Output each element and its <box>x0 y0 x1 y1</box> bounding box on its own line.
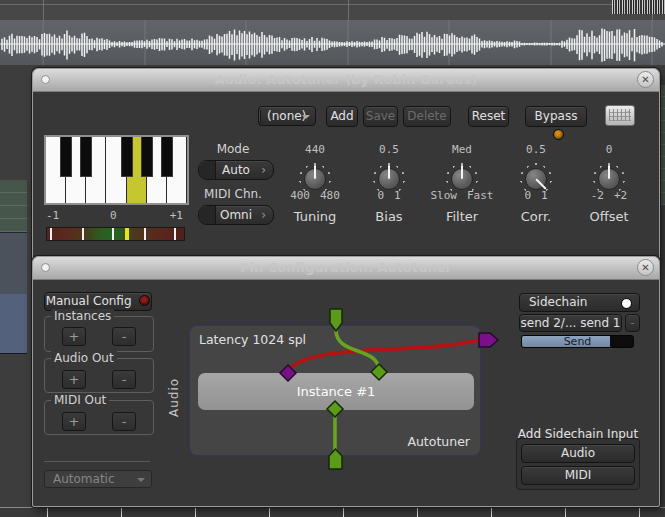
plugin-pin-panel[interactable]: Latency 1024 spl Autotuner Instance #1 <box>189 325 481 456</box>
grid-line <box>43 0 44 20</box>
sidechain-remove-button[interactable]: - <box>625 314 640 332</box>
chevron-right-icon: › <box>261 206 266 224</box>
black-key[interactable] <box>161 137 173 177</box>
meter-zero: 0 <box>110 209 117 222</box>
meter-tick <box>50 228 52 240</box>
instances-minus-button[interactable]: - <box>112 327 136 346</box>
knob-value: Med <box>425 143 499 156</box>
latency-label: Latency 1024 spl <box>199 332 306 347</box>
midi-out-plus-button[interactable]: + <box>62 412 86 431</box>
save-preset-button: Save <box>363 106 398 127</box>
ruler-tick <box>417 508 418 517</box>
bypass-led <box>553 129 564 140</box>
black-key[interactable] <box>60 137 72 177</box>
keyboard-icon[interactable] <box>605 105 635 126</box>
ruler-tick <box>491 508 492 517</box>
manual-config-led <box>139 295 150 306</box>
ruler-tick <box>343 508 344 517</box>
add-sidechain-header: Add Sidechain Input <box>516 427 640 441</box>
track-lane-left <box>0 180 27 232</box>
waveform <box>0 20 665 65</box>
add-preset-button[interactable]: Add <box>326 106 358 127</box>
knob-pointer <box>388 165 390 179</box>
audio-out-group: Audio Out <box>44 358 154 393</box>
midi-channel-dropdown[interactable]: Omni › <box>198 205 274 225</box>
midi-out-minus-button[interactable]: - <box>112 412 136 431</box>
pitch-meter <box>46 227 185 241</box>
audio-out-minus-button[interactable]: - <box>112 370 136 389</box>
meter-tick <box>112 228 114 240</box>
knob-pointer <box>461 165 463 179</box>
ruler-tick <box>47 508 48 517</box>
mode-label: Mode <box>202 142 264 156</box>
meter-max: +1 <box>170 209 183 222</box>
separator <box>44 461 150 462</box>
sidechain-source-button[interactable]: send 2/... send 1 <box>519 314 622 332</box>
waveform-fragment <box>612 0 665 14</box>
chevron-right-icon: › <box>261 161 266 179</box>
pin-window-titlebar[interactable]: Pin Configuration: Autotuner ✕ <box>33 257 659 280</box>
ruler-tick <box>195 508 196 517</box>
preset-dropdown[interactable]: (none) <box>258 106 316 126</box>
instances-plus-button[interactable]: + <box>62 327 86 346</box>
reset-button[interactable]: Reset <box>468 106 509 127</box>
audio-out-label: Audio Out <box>51 351 117 365</box>
mode-value: Auto <box>222 163 250 177</box>
region-block-left <box>0 294 27 354</box>
sidechain-toggle-button[interactable]: Sidechain <box>519 293 640 312</box>
bypass-label: Bypass <box>535 109 578 123</box>
midi-channel-value: Omni <box>220 208 252 222</box>
timeline-line <box>0 4 665 5</box>
knob-min: 0 <box>499 189 531 202</box>
knob-name: Bias <box>352 209 426 224</box>
bypass-button[interactable]: Bypass <box>525 106 587 127</box>
track-block-left <box>0 232 27 295</box>
ruler-tick <box>269 508 270 517</box>
manual-config-label: Manual Config <box>46 294 132 308</box>
knob-name: Filter <box>425 209 499 224</box>
meter-tick <box>82 228 84 240</box>
plugin-name-label: Autotuner <box>407 434 470 449</box>
meter-cursor <box>125 228 129 240</box>
knob-value: 440 <box>278 143 352 156</box>
knob-max: 480 <box>320 189 352 202</box>
automatic-dropdown[interactable]: Automatic <box>44 470 152 488</box>
knob-offset: 0 -2 +2 Offset <box>572 143 646 239</box>
knob-value: 0.5 <box>499 143 573 156</box>
instances-group: Instances <box>44 316 154 352</box>
add-sidechain-audio-button[interactable]: Audio <box>521 444 635 463</box>
black-key[interactable] <box>80 137 92 177</box>
ardour-editor-background: Audio: Autotuner (by Robin Gareus) ✕ (no… <box>0 0 665 517</box>
mode-dropdown[interactable]: Auto › <box>198 160 274 180</box>
pin-configuration-window: Pin Configuration: Autotuner ✕ Manual Co… <box>32 256 660 507</box>
knob-name: Offset <box>572 209 646 224</box>
midi-out-label: MIDI Out <box>51 393 109 407</box>
knob-min: 400 <box>278 189 310 202</box>
knob-bias: 0.5 0 1 Bias <box>352 143 426 239</box>
midi-channel-label: MIDI Chn. <box>202 187 264 201</box>
timeline-bar <box>0 0 665 21</box>
plugin-window-titlebar[interactable]: Audio: Autotuner (by Robin Gareus) ✕ <box>33 69 659 92</box>
add-sidechain-midi-button[interactable]: MIDI <box>521 466 635 485</box>
ruler-tick <box>639 508 640 517</box>
audio-track-lane <box>0 20 665 65</box>
audio-out-plus-button[interactable]: + <box>62 370 86 389</box>
knob-filter: Med Slow Fast Filter <box>425 143 499 239</box>
close-icon[interactable]: ✕ <box>637 71 654 88</box>
black-key[interactable] <box>121 137 133 177</box>
knob-max: Fast <box>467 189 499 202</box>
meter-tick <box>174 228 176 240</box>
knob-pointer <box>608 165 610 179</box>
send-level-bar[interactable]: Send <box>521 335 634 348</box>
grid-line <box>348 0 349 20</box>
piano-keyboard[interactable] <box>44 135 189 205</box>
instance-box[interactable]: Instance #1 <box>198 373 474 410</box>
meter-min: -1 <box>46 209 59 222</box>
knob-max: 1 <box>394 189 426 202</box>
knob-min: -2 <box>572 189 604 202</box>
meter-tick <box>144 228 146 240</box>
sidechain-pin[interactable] <box>479 333 498 347</box>
black-key[interactable] <box>141 137 153 177</box>
close-icon[interactable]: ✕ <box>637 259 654 276</box>
sidechain-led <box>621 298 632 309</box>
